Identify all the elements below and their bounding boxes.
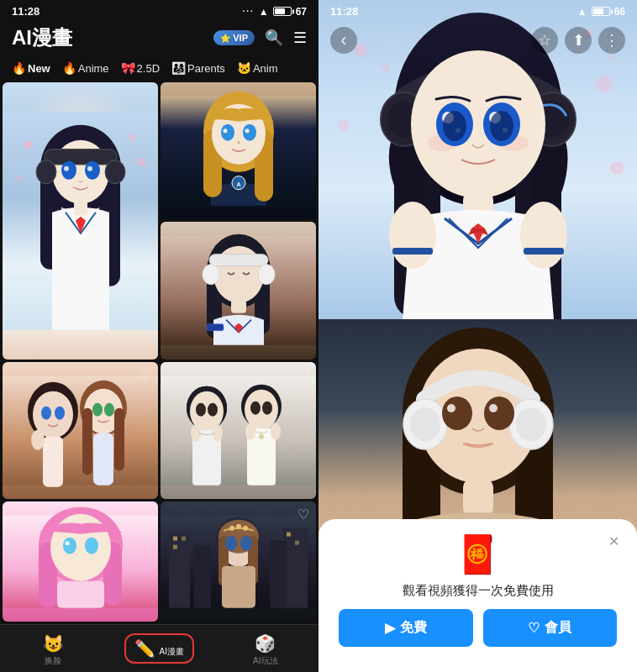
bottom-nav: 😺 换脸 ✏️ AI漫畫 🎲 AI玩法 (0, 624, 318, 672)
svg-point-44 (41, 406, 51, 419)
tab-2.5d[interactable]: 🎀 2.5D (118, 60, 163, 76)
app-title: AI漫畫 (12, 24, 72, 51)
svg-point-45 (55, 406, 65, 419)
grid-item-5[interactable]: ♡ (161, 362, 316, 499)
right-status-bar: 11:28 ▲ 66 (318, 0, 637, 21)
ai-play-icon: 🎲 (255, 633, 276, 654)
svg-point-147 (447, 404, 455, 412)
svg-point-13 (24, 141, 32, 150)
vip-badge[interactable]: VIP (213, 30, 255, 45)
grid-item-6[interactable] (3, 501, 158, 622)
svg-point-143 (410, 407, 440, 441)
svg-point-6 (36, 160, 56, 184)
tab-anim[interactable]: 🐱 Anim (234, 60, 282, 76)
svg-point-23 (221, 124, 234, 141)
image-grid: A (0, 80, 318, 624)
grid-item-7[interactable]: ♡ (161, 501, 316, 622)
svg-rect-53 (82, 407, 92, 475)
svg-rect-90 (295, 540, 299, 544)
svg-point-47 (31, 429, 45, 449)
grid-item-3[interactable] (161, 222, 316, 359)
heart-icon-7[interactable]: ♡ (297, 507, 309, 522)
svg-point-15 (17, 176, 22, 181)
svg-rect-38 (231, 300, 246, 313)
grid-item-4[interactable]: ♡ (3, 362, 158, 499)
popup-close-button[interactable]: ✕ (603, 531, 624, 551)
nav-item-ai-play[interactable]: 🎲 AI玩法 (213, 632, 318, 669)
svg-point-105 (596, 76, 613, 92)
tab-new[interactable]: 🔥 New (8, 60, 54, 76)
tab-anime[interactable]: 🔥 Anime (59, 60, 113, 76)
svg-rect-54 (114, 407, 124, 470)
svg-point-8 (61, 161, 76, 180)
right-top-actions: ‹ ☆ ⬆ ⋮ (318, 24, 637, 57)
svg-point-7 (105, 160, 125, 184)
nav-inner-ai-manga: ✏️ AI漫畫 (124, 633, 194, 664)
svg-point-146 (484, 396, 514, 430)
back-button[interactable]: ‹ (330, 27, 357, 54)
more-icon[interactable]: ⋮ (598, 27, 625, 54)
svg-point-37 (258, 265, 275, 285)
heart-icon-4[interactable]: ♡ (140, 367, 151, 383)
svg-point-79 (66, 541, 70, 545)
grid-item-2[interactable]: A (161, 82, 316, 219)
tab-parents-emoji: 👨‍👩‍👧 (171, 61, 186, 75)
nav-label-ai-manga: AI漫畫 (159, 647, 183, 656)
share-icon[interactable]: ⬆ (565, 27, 592, 54)
svg-point-67 (262, 401, 272, 414)
right-status-right: ▲ 66 (577, 6, 625, 18)
svg-point-9 (85, 161, 100, 180)
svg-point-25 (224, 129, 228, 133)
right-time: 11:28 (330, 5, 358, 18)
svg-rect-35 (209, 255, 268, 266)
right-panel: 11:28 ▲ 66 ‹ ☆ ⬆ ⋮ (318, 0, 637, 672)
svg-rect-88 (173, 544, 177, 549)
svg-point-26 (245, 129, 250, 133)
svg-point-129 (443, 111, 466, 141)
heart-icon-5[interactable]: ♡ (297, 367, 309, 383)
left-panel: 11:28 ··· ▲ 67 AI漫畫 VIP 🔍 ☰ 🔥 New 🔥 Ani (0, 0, 318, 672)
chest-icon: 🧧 (455, 536, 501, 573)
star-icon[interactable]: ☆ (531, 27, 558, 54)
right-battery-fill (593, 8, 603, 14)
right-wifi-icon: ▲ (577, 6, 587, 18)
svg-rect-41 (3, 375, 158, 485)
member-btn-label: 會員 (545, 619, 571, 637)
member-button[interactable]: ♡ 會員 (483, 609, 618, 647)
ai-manga-icon: ✏️ (134, 639, 155, 658)
popup-overlay: ✕ 🧧 觀看視頻獲得一次免費使用 ▶ 免費 ♡ 會員 (318, 437, 637, 672)
svg-point-96 (229, 525, 234, 530)
svg-point-11 (87, 166, 92, 171)
tab-2.5d-emoji: 🎀 (121, 61, 135, 75)
svg-point-27 (238, 141, 240, 144)
svg-rect-80 (57, 580, 104, 607)
svg-rect-39 (207, 324, 224, 331)
right-action-icons: ☆ ⬆ ⋮ (531, 27, 625, 54)
tab-anim-emoji: 🐱 (237, 61, 251, 75)
svg-rect-85 (270, 540, 287, 607)
svg-point-10 (64, 166, 69, 171)
nav-item-ai-manga[interactable]: ✏️ AI漫畫 (106, 632, 212, 669)
svg-point-145 (442, 396, 472, 430)
tab-parents-label: Parents (187, 62, 225, 75)
grid-item-1[interactable] (3, 82, 158, 360)
svg-point-36 (203, 265, 219, 285)
svg-point-78 (85, 537, 98, 554)
tab-parents[interactable]: 👨‍👩‍👧 Parents (168, 60, 229, 76)
search-icon[interactable]: 🔍 (265, 29, 283, 47)
nav-item-face-swap[interactable]: 😺 换脸 (0, 632, 106, 669)
left-status-right: ··· ▲ 67 (242, 6, 307, 18)
free-button[interactable]: ▶ 免費 (339, 609, 473, 647)
free-btn-label: 免費 (400, 619, 427, 637)
svg-point-16 (137, 158, 145, 166)
svg-point-50 (92, 402, 103, 416)
svg-point-97 (236, 523, 241, 528)
menu-icon[interactable]: ☰ (293, 29, 307, 47)
right-battery-text: 66 (614, 6, 625, 18)
svg-point-60 (208, 402, 218, 416)
right-battery (592, 7, 610, 16)
nav-label-face-swap: 换脸 (45, 655, 61, 667)
svg-rect-87 (182, 536, 186, 540)
vip-label: VIP (233, 33, 248, 43)
member-btn-icon: ♡ (528, 620, 540, 636)
